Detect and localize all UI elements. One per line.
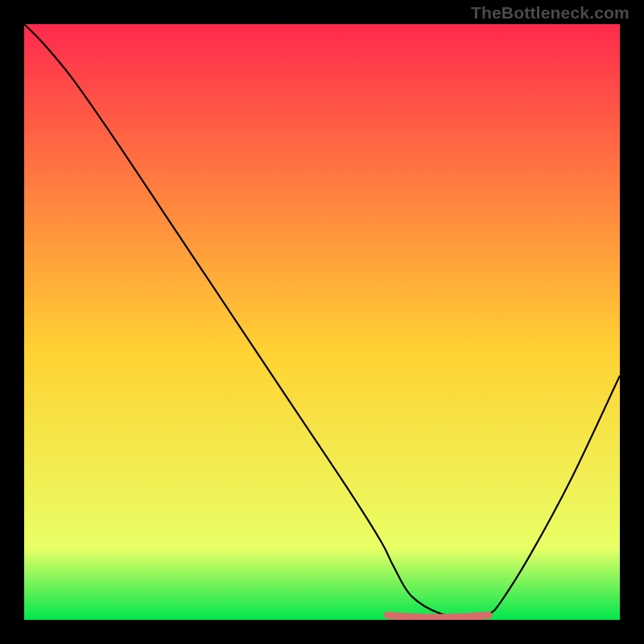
- gradient-backdrop: [24, 24, 620, 620]
- optimal-region-highlight: [387, 615, 489, 617]
- chart-container: TheBottleneck.com: [0, 0, 644, 644]
- bottleneck-plot: [24, 24, 620, 620]
- chart-svg: [24, 24, 620, 620]
- watermark-text: TheBottleneck.com: [471, 3, 630, 23]
